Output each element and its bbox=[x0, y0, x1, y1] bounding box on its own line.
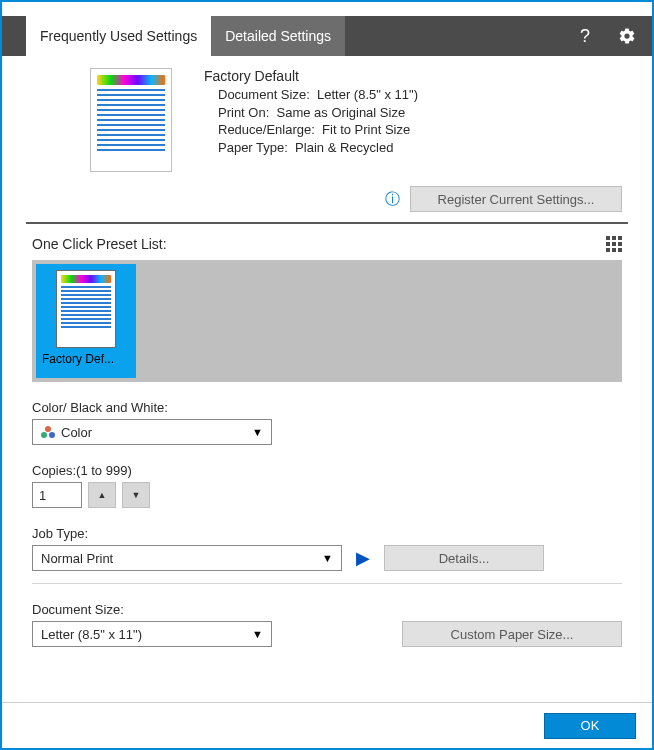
document-size-label: Document Size: bbox=[32, 602, 272, 621]
tab-strip: Frequently Used Settings Detailed Settin… bbox=[2, 16, 652, 56]
gear-icon[interactable] bbox=[618, 27, 636, 45]
copies-increment-button[interactable]: ▲ bbox=[88, 482, 116, 508]
info-icon[interactable]: ⓘ bbox=[385, 190, 400, 209]
ok-button[interactable]: OK bbox=[544, 713, 636, 739]
summary-reduce-enlarge: Reduce/Enlarge: Fit to Print Size bbox=[204, 121, 418, 139]
job-type-label: Job Type: bbox=[32, 526, 622, 545]
summary-panel: Factory Default Document Size: Letter (8… bbox=[26, 58, 628, 224]
color-mode-label: Color/ Black and White: bbox=[32, 400, 622, 419]
copies-label: Copies:(1 to 999) bbox=[32, 463, 622, 482]
preset-item-factory-default[interactable]: Factory Def... bbox=[36, 264, 136, 378]
custom-paper-size-button[interactable]: Custom Paper Size... bbox=[402, 621, 622, 647]
preset-list-label: One Click Preset List: bbox=[32, 236, 167, 252]
chevron-down-icon: ▼ bbox=[252, 628, 263, 640]
summary-print-on: Print On: Same as Original Size bbox=[204, 104, 418, 122]
preset-list: Factory Def... bbox=[32, 260, 622, 382]
chevron-down-icon: ▼ bbox=[322, 552, 333, 564]
document-size-select[interactable]: Letter (8.5" x 11") ▼ bbox=[32, 621, 272, 647]
job-type-select[interactable]: Normal Print ▼ bbox=[32, 545, 342, 571]
copies-decrement-button[interactable]: ▼ bbox=[122, 482, 150, 508]
preset-title: Factory Default bbox=[204, 68, 418, 86]
tab-detailed-settings[interactable]: Detailed Settings bbox=[211, 16, 345, 56]
preset-thumb-icon bbox=[56, 270, 116, 348]
document-preview-icon bbox=[90, 68, 172, 172]
details-button[interactable]: Details... bbox=[384, 545, 544, 571]
view-grid-icon[interactable] bbox=[606, 236, 622, 252]
register-current-settings-button[interactable]: Register Current Settings... bbox=[410, 186, 622, 212]
dialog-footer: OK bbox=[2, 702, 652, 748]
color-mode-select[interactable]: Color ▼ bbox=[32, 419, 272, 445]
preset-item-label: Factory Def... bbox=[42, 352, 130, 366]
help-icon[interactable]: ? bbox=[580, 27, 590, 45]
color-swatch-icon bbox=[41, 426, 55, 438]
summary-paper-type: Paper Type: Plain & Recycled bbox=[204, 139, 418, 157]
titlebar bbox=[2, 2, 652, 16]
copies-input[interactable]: 1 bbox=[32, 482, 82, 508]
play-icon[interactable]: ▶ bbox=[356, 547, 370, 569]
print-settings-dialog: Frequently Used Settings Detailed Settin… bbox=[0, 0, 654, 750]
summary-document-size: Document Size: Letter (8.5" x 11") bbox=[204, 86, 418, 104]
divider bbox=[32, 583, 622, 584]
tab-frequently-used[interactable]: Frequently Used Settings bbox=[26, 16, 211, 56]
chevron-down-icon: ▼ bbox=[252, 426, 263, 438]
